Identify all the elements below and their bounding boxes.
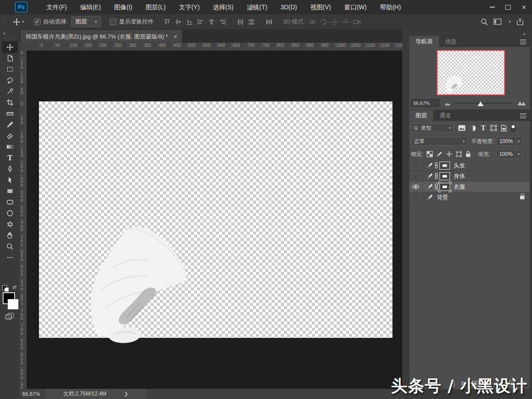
rectangular-marquee-tool[interactable]: [2, 64, 17, 75]
maximize-button[interactable]: [500, 0, 516, 14]
status-chevron-icon[interactable]: ❯: [124, 391, 128, 397]
crop-tool[interactable]: [2, 97, 17, 108]
ellipse-tool[interactable]: [2, 208, 17, 219]
document-tab[interactable]: 韩国车模许允美(黑白).jpg @ 66.7% (衣服, 图层蒙版/8) * ✕: [20, 30, 182, 43]
default-colors-icon[interactable]: [2, 285, 7, 290]
tab-close-icon[interactable]: ✕: [173, 34, 178, 40]
layer-mask-thumbnail[interactable]: [439, 172, 450, 180]
distribute-spacing-icon[interactable]: [265, 18, 273, 26]
3d-camera-icon[interactable]: [353, 18, 361, 26]
filter-shape-icon[interactable]: [490, 125, 497, 131]
gradient-tool[interactable]: [2, 141, 17, 152]
path-select-tool[interactable]: [2, 174, 17, 186]
navigator-zoom-field[interactable]: 66.67%: [411, 99, 439, 107]
align-vcenter-icon[interactable]: [175, 18, 183, 26]
move-tool[interactable]: [2, 42, 17, 53]
mask-link-icon[interactable]: [435, 162, 438, 169]
lock-transparent-icon[interactable]: [427, 151, 433, 157]
magic-wand-tool[interactable]: [2, 86, 17, 97]
3d-roll-icon[interactable]: [320, 18, 328, 26]
fill-field[interactable]: 100% ▾: [496, 149, 522, 159]
tab-info[interactable]: 信息: [439, 36, 463, 47]
eraser-tool[interactable]: [2, 130, 17, 141]
ruler-tool[interactable]: [2, 108, 17, 119]
panel-menu-icon[interactable]: [520, 38, 526, 44]
background-color-swatch[interactable]: [8, 299, 19, 310]
filter-adjustment-icon[interactable]: [470, 125, 476, 132]
layer-row-3[interactable]: 衣服: [409, 182, 530, 192]
filter-image-icon[interactable]: [458, 125, 466, 131]
layer-thumbnail[interactable]: [427, 173, 433, 179]
layer-row-1[interactable]: 头发: [409, 160, 530, 171]
layer-thumbnail[interactable]: [427, 162, 433, 169]
rounded-rectangle-tool[interactable]: [2, 197, 17, 208]
navigator-preview[interactable]: [437, 50, 505, 95]
auto-select-dropdown[interactable]: 图层 ▾: [71, 16, 101, 27]
toolbar-collapse-icon[interactable]: »: [3, 31, 6, 36]
menu-item-1[interactable]: 文件(F): [40, 0, 74, 14]
zoom-out-icon[interactable]: [445, 99, 451, 107]
menu-item-5[interactable]: 文字(Y): [172, 0, 206, 14]
layer-row-4[interactable]: 背景: [409, 192, 530, 203]
layer-mask-thumbnail[interactable]: [439, 183, 450, 191]
show-transform-checkbox[interactable]: [110, 19, 116, 25]
3d-rotate-icon[interactable]: [309, 18, 317, 26]
align-left-icon[interactable]: [197, 18, 205, 26]
mask-link-icon[interactable]: [435, 173, 438, 179]
align-top-icon[interactable]: [163, 18, 171, 26]
close-button[interactable]: ✕: [516, 0, 532, 14]
lasso-tool[interactable]: [2, 75, 17, 86]
tool-preset-chevron-icon[interactable]: ▾: [22, 19, 24, 24]
custom-shape-tool[interactable]: [2, 219, 17, 230]
lock-artboard-icon[interactable]: [456, 151, 462, 157]
zoom-tool[interactable]: [2, 241, 17, 252]
screen-mode-icon[interactable]: [5, 313, 14, 322]
menu-item-9[interactable]: 视图(V): [303, 0, 338, 14]
tab-navigator[interactable]: 导航器: [409, 36, 439, 47]
menu-item-11[interactable]: 帮助(H): [373, 0, 408, 14]
layer-thumbnail[interactable]: [427, 183, 433, 190]
visibility-eye-icon[interactable]: [409, 182, 423, 192]
minimize-button[interactable]: [484, 0, 500, 14]
menu-item-3[interactable]: 图像(I): [108, 0, 139, 14]
workspace-chevron-icon[interactable]: ▾: [509, 19, 511, 24]
distribute-vcenter-icon[interactable]: [237, 18, 245, 26]
more-tools[interactable]: [2, 252, 17, 263]
menu-item-4[interactable]: 图层(L): [139, 0, 172, 14]
rectangle-tool[interactable]: [2, 186, 17, 197]
tab-channels[interactable]: 通道: [433, 110, 457, 121]
canvas-viewport[interactable]: [27, 50, 402, 389]
menu-item-6[interactable]: 选择(S): [206, 0, 241, 14]
type-tool[interactable]: T: [2, 152, 17, 163]
filter-type-icon[interactable]: T: [480, 125, 486, 131]
blend-mode-dropdown[interactable]: 正常 ▾: [411, 137, 468, 146]
lock-pixels-icon[interactable]: [436, 151, 443, 157]
artboard-tool[interactable]: [2, 53, 17, 64]
ruler-origin-corner[interactable]: [19, 43, 27, 51]
menu-item-2[interactable]: 编辑(E): [74, 0, 108, 14]
status-zoom-field[interactable]: 66.67%: [19, 391, 45, 397]
layer-filter-dropdown[interactable]: 类型 ▾: [411, 124, 454, 132]
3d-slide-icon[interactable]: [342, 18, 350, 26]
layer-mask-thumbnail[interactable]: [439, 162, 450, 170]
opacity-field[interactable]: 100% ▾: [496, 136, 522, 146]
document-canvas[interactable]: [39, 101, 392, 338]
distribute-hcenter-icon[interactable]: [248, 18, 256, 26]
share-icon[interactable]: [516, 18, 524, 26]
filter-smart-object-icon[interactable]: [501, 125, 507, 132]
brush-tool[interactable]: [2, 119, 17, 130]
lock-all-icon[interactable]: [466, 151, 471, 157]
slider-thumb[interactable]: [478, 101, 484, 106]
align-bottom-icon[interactable]: [186, 18, 194, 26]
filter-toggle-icon[interactable]: [511, 124, 516, 132]
visibility-toggle[interactable]: [409, 192, 423, 202]
lock-position-icon[interactable]: [446, 151, 452, 157]
auto-select-checkbox[interactable]: ✓: [34, 19, 41, 25]
3d-drag-icon[interactable]: [331, 18, 339, 26]
layer-thumbnail[interactable]: [427, 194, 433, 201]
swap-colors-icon[interactable]: ⇄: [12, 284, 16, 290]
workspace-icon[interactable]: [493, 18, 501, 26]
menu-item-10[interactable]: 窗口(W): [338, 0, 373, 14]
align-hcenter-icon[interactable]: [208, 18, 216, 26]
panel-menu-icon[interactable]: [520, 112, 526, 118]
